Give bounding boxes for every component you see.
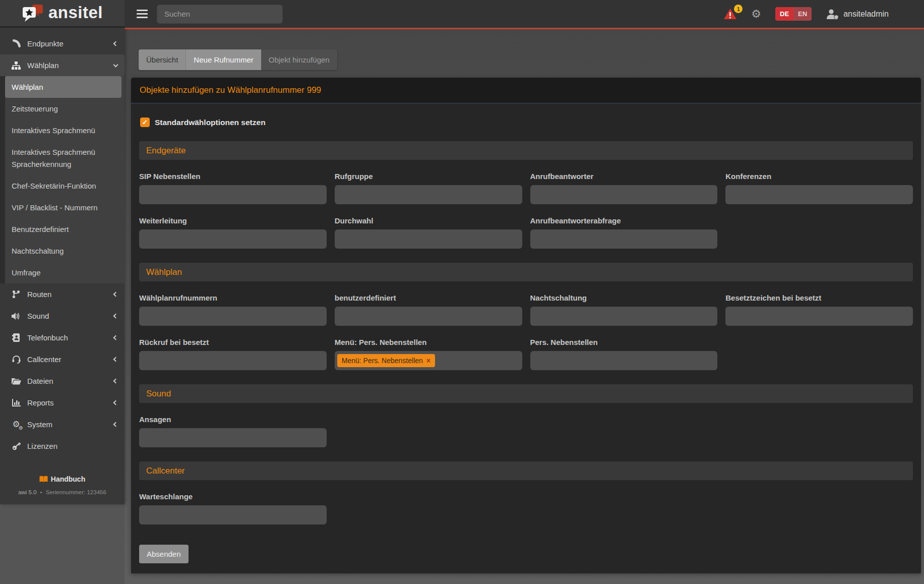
field-label: Ansagen [139,415,327,424]
benutzerdefiniert-input[interactable] [335,307,522,326]
rufgruppe-input[interactable] [335,185,522,204]
field-label: Weiterleitung [139,216,327,225]
separator-dot: • [40,489,42,495]
submenu-item-vip-blacklist[interactable]: VIP / Blacklist - Nummern [5,197,125,218]
sidebar-footer: Handbuch awi 5.0 • Seriennummer: 123456 [0,475,125,504]
handbuch-label: Handbuch [51,475,85,483]
sidebar-item-waehlplan[interactable]: Wählplan [0,54,125,76]
ansagen-input[interactable] [139,428,327,447]
menu-pers-nebenstellen-input[interactable]: Menü: Pers. Nebenstellen × [335,351,522,370]
sidebar-item-label: Telefonbuch [27,333,114,342]
section-header-endgeraete: Endgeräte [139,141,913,160]
pers-nebenstellen-input[interactable] [530,351,718,370]
submenu-item-waehlplan[interactable]: Wählplan [5,76,121,98]
sidebar-item-system[interactable]: ⚙ ⚙ System [0,414,125,435]
sidebar-item-routen[interactable]: Routen [0,283,125,305]
submenu-item-zeitsteuerung[interactable]: Zeitsteuerung [5,98,125,120]
sidebar-item-callcenter[interactable]: Callcenter [0,348,125,370]
field-label: Rückruf bei besetzt [139,338,327,346]
absenden-button[interactable]: Absenden [139,545,189,563]
submenu-item-umfrage[interactable]: Umfrage [5,262,125,283]
endgeraete-fields: SIP Nebenstellen Rufgruppe Anrufbeantwor… [139,160,913,249]
brand-name: ansitel [48,4,103,23]
section-header-callcenter: Callcenter [139,461,913,480]
form-field: Warteschlange [139,480,327,524]
besetztzeichen-input[interactable] [725,307,913,326]
top-navbar: ansitel 1 ⚙ DE EN [0,0,924,28]
sidebar-item-sound[interactable]: Sound [0,305,125,327]
sidebar-item-reports[interactable]: Reports [0,392,125,414]
sidebar-item-dateien[interactable]: Dateien [0,370,125,392]
waehlplanrufnummern-input[interactable] [139,307,327,326]
section-header-sound: Sound [139,384,913,403]
search-input[interactable] [157,5,283,24]
field-label: Pers. Nebenstellen [530,338,718,346]
chevron-left-icon [113,357,118,362]
sidebar-item-label: Routen [27,290,114,299]
sip-nebenstellen-input[interactable] [139,185,327,204]
form-field: Rückruf bei besetzt [139,326,327,370]
anrufbeantworterabfrage-input[interactable] [530,229,718,249]
field-label: Warteschlange [139,492,327,501]
form-field: Ansagen [139,403,327,447]
brand-logo[interactable]: ansitel [0,0,125,28]
weiterleitung-input[interactable] [139,229,327,249]
sidebar-item-label: Dateien [27,377,114,385]
nachtschaltung-input[interactable] [530,307,718,326]
key-icon [11,441,21,451]
tab-objekt-hinzufuegen[interactable]: Objekt hinzufügen [261,49,337,70]
form-panel: Objekte hinzufügen zu Wählplanrufnummer … [131,78,921,573]
sidebar-item-endpunkte[interactable]: Endpunkte [0,33,125,54]
field-label: Nachtschaltung [530,294,718,302]
tag-remove-icon[interactable]: × [426,357,430,365]
field-label: Wählplanrufnummern [139,294,327,302]
sidebar: Endpunkte Wählplan Wählplan Zeitsteuerun… [0,28,125,504]
chevron-left-icon [113,400,118,405]
sidebar-item-label: Callcenter [27,355,114,364]
submenu-item-chef-sekretaerin[interactable]: Chef-Sekretärin-Funktion [5,175,125,197]
form-field: Menü: Pers. Nebenstellen Menü: Pers. Neb… [335,326,522,370]
lang-de-button[interactable]: DE [775,7,793,21]
warteschlange-input[interactable] [139,505,327,524]
submenu-item-nachtschaltung[interactable]: Nachtschaltung [5,240,125,262]
serial-label: Seriennummer: 123456 [46,489,106,495]
chevron-left-icon [113,314,118,319]
main-content: Übersicht Neue Rufnummer Objekt hinzufüg… [125,29,924,584]
sidebar-item-label: Lizenzen [27,442,117,450]
tag-label: Menü: Pers. Nebenstellen [342,357,423,365]
field-label: Anrufbeantworterabfrage [530,216,718,225]
alerts-button[interactable]: 1 [723,8,737,20]
form-field: Konferenzen [725,160,913,204]
sidebar-item-lizenzen[interactable]: Lizenzen [0,435,125,457]
checkbox-label: Standardwähloptionen setzen [155,118,266,127]
handbuch-link[interactable]: Handbuch [0,475,125,483]
hamburger-menu-icon[interactable] [137,10,148,18]
tab-bar: Übersicht Neue Rufnummer Objekt hinzufüg… [139,49,337,70]
bar-chart-icon [11,398,21,408]
field-label: Menü: Pers. Nebenstellen [335,338,522,346]
field-label: Durchwahl [335,216,522,225]
folder-open-icon [11,376,21,386]
user-shield-icon [826,9,839,20]
headset-icon [11,355,21,365]
tab-neue-rufnummer[interactable]: Neue Rufnummer [186,49,261,70]
version-info: awi 5.0 • Seriennummer: 123456 [0,489,125,495]
standard-options-row: Standardwähloptionen setzen [140,118,913,127]
settings-gear-icon[interactable]: ⚙ [751,9,761,20]
standardwahloptionen-checkbox[interactable] [140,118,150,127]
section-header-waehlplan: Wählplan [139,263,913,281]
submenu-item-interaktives-sprachmenu[interactable]: Interaktives Sprachmenü [5,120,125,141]
konferenzen-input[interactable] [725,185,913,204]
tab-uebersicht[interactable]: Übersicht [139,49,186,70]
lang-en-button[interactable]: EN [793,7,812,21]
address-book-icon [11,333,21,343]
anrufbeantworter-input[interactable] [530,185,718,204]
rueckruf-bei-besetzt-input[interactable] [139,351,327,370]
submenu-item-benutzerdefiniert[interactable]: Benutzerdefiniert [5,218,125,240]
submenu-item-sprachmenu-spracherkennung[interactable]: Interaktives Sprachmenü Spracherkennung [5,141,125,175]
durchwahl-input[interactable] [335,229,522,249]
user-menu[interactable]: ansiteladmin [826,9,889,20]
sidebar-item-telefonbuch[interactable]: Telefonbuch [0,327,125,348]
chevron-left-icon [113,422,118,427]
field-label: benutzerdefiniert [335,294,522,302]
